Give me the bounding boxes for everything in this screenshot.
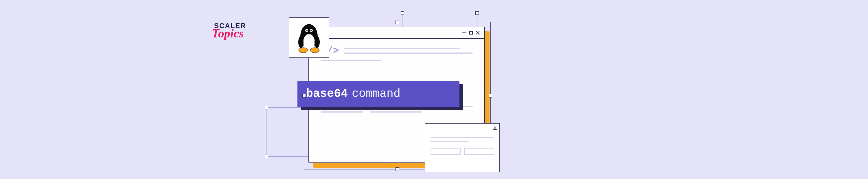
resize-handle-icon[interactable] <box>396 21 399 24</box>
logo-line-topics: Topics <box>212 26 246 40</box>
dialog-titlebar <box>425 124 499 132</box>
text-line <box>431 137 494 138</box>
dialog-body <box>425 132 499 159</box>
resize-handle-icon <box>265 106 268 109</box>
resize-handle-icon <box>401 11 404 15</box>
illustration-stage: </> base64 command <box>263 0 605 179</box>
text-line <box>431 141 469 142</box>
svg-point-8 <box>298 36 304 48</box>
close-icon[interactable] <box>493 126 497 130</box>
resize-handle-icon[interactable] <box>489 94 492 98</box>
scaler-topics-logo: SCALER Topics <box>214 22 246 40</box>
resize-handle-icon[interactable] <box>396 168 399 171</box>
dialog-button[interactable] <box>431 148 461 155</box>
dialog-button[interactable] <box>464 148 494 155</box>
resize-handle-icon <box>265 155 268 158</box>
resize-handle-icon <box>475 11 479 15</box>
dialog-window <box>425 123 500 172</box>
resize-handle-icon[interactable] <box>302 94 306 98</box>
